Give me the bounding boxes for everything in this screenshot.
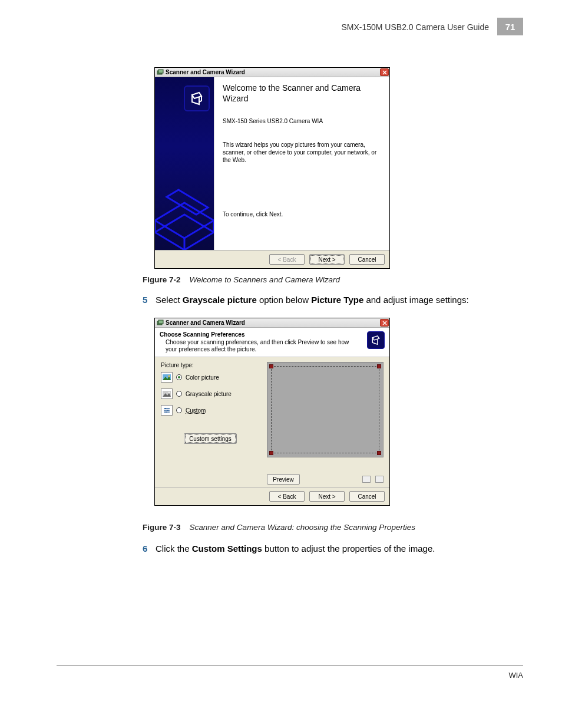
crop-handle-bl[interactable]: [269, 451, 273, 455]
scanner-app-icon: [157, 319, 164, 327]
wizard1-continue-hint: To continue, click Next.: [223, 211, 381, 218]
next-button[interactable]: Next >: [309, 254, 345, 265]
wizard1-footer: < Back Next > Cancel: [155, 250, 389, 268]
wizard-camera-icon: [184, 85, 210, 111]
picture-type-panel: Picture type: Color picture Grayscale pi…: [161, 362, 260, 485]
preview-toolbar: Preview: [267, 474, 384, 485]
svg-rect-14: [167, 410, 168, 411]
footer-rule: [57, 665, 523, 666]
step-5: 5 Select Grayscale picture option below …: [143, 295, 513, 305]
option-label: Custom: [186, 407, 206, 414]
color-thumb-icon: [161, 372, 173, 383]
figure-label: Figure 7-2: [143, 275, 181, 284]
svg-point-6: [168, 375, 170, 377]
page-header: SMX-150M USB2.0 Camera User Guide 71: [341, 18, 523, 35]
option-label: Color picture: [186, 374, 219, 381]
grayscale-thumb-icon: [161, 388, 173, 399]
preview-panel: Preview: [267, 362, 384, 485]
custom-settings-button[interactable]: Custom settings: [184, 433, 237, 444]
svg-rect-3: [158, 320, 163, 324]
scanner-app-icon: [157, 69, 164, 76]
wizard1-heading-line1: Welcome to the Scanner and Camera: [223, 83, 361, 93]
figure-text: Scanner and Camera Wizard: choosing the …: [190, 523, 415, 532]
close-icon[interactable]: [380, 68, 389, 76]
next-button[interactable]: Next >: [309, 491, 345, 502]
figure-label: Figure 7-3: [143, 523, 181, 532]
wizard2-footer: < Back Next > Cancel: [155, 487, 389, 505]
step-text: Click the Custom Settings button to adju…: [156, 543, 435, 554]
svg-point-9: [168, 392, 170, 394]
wizard1-body: Welcome to the Scanner and Camera Wizard…: [155, 77, 389, 250]
guide-title: SMX-150M USB2.0 Camera User Guide: [341, 18, 497, 35]
wizard2-body: Picture type: Color picture Grayscale pi…: [155, 357, 389, 487]
fit-window-icon[interactable]: [362, 476, 371, 483]
wizard2-step-title: Choose Scanning Preferences: [160, 331, 385, 338]
wizard1-window: Scanner and Camera Wizard: [154, 67, 390, 269]
figure-7-3-caption: Figure 7-3 Scanner and Camera Wizard: ch…: [143, 523, 513, 532]
cancel-button[interactable]: Cancel: [349, 254, 385, 265]
back-button[interactable]: < Back: [269, 254, 305, 265]
preview-button[interactable]: Preview: [267, 474, 300, 485]
wizard1-title: Scanner and Camera Wizard: [166, 69, 245, 75]
page: SMX-150M USB2.0 Camera User Guide 71 Sca…: [0, 0, 562, 728]
svg-rect-1: [158, 70, 163, 73]
figure-7-2-caption: Figure 7-2 Welcome to Scanners and Camer…: [143, 275, 513, 284]
step-text: Select Grayscale picture option below Pi…: [156, 295, 469, 305]
option-grayscale-picture[interactable]: Grayscale picture: [161, 388, 260, 399]
wizard2-window: Scanner and Camera Wizard Choose Scannin…: [154, 318, 390, 506]
step-number: 5: [143, 295, 151, 305]
radio-color[interactable]: [176, 374, 182, 380]
wizard2-step-subtitle: Choose your scanning preferences, and th…: [166, 339, 354, 353]
option-color-picture[interactable]: Color picture: [161, 372, 260, 383]
crop-handle-br[interactable]: [377, 451, 381, 455]
step-number: 6: [143, 543, 151, 554]
wizard1-heading-line2: Wizard: [223, 94, 249, 103]
radio-custom[interactable]: [176, 407, 182, 413]
wizard-camera-icon: [367, 331, 385, 349]
page-number: 71: [497, 18, 523, 35]
wizard1-device-name: SMX-150 Series USB2.0 Camera WIA: [223, 118, 381, 124]
option-custom[interactable]: Custom: [161, 405, 260, 416]
svg-rect-15: [166, 411, 167, 413]
wizard2-titlebar: Scanner and Camera Wizard: [155, 318, 389, 328]
wizard1-description: This wizard helps you copy pictures from…: [223, 141, 381, 164]
custom-thumb-icon: [161, 405, 173, 416]
step-6: 6 Click the Custom Settings button to ad…: [143, 543, 513, 554]
back-button[interactable]: < Back: [269, 491, 305, 502]
cancel-button[interactable]: Cancel: [349, 491, 385, 502]
figure-text: Welcome to Scanners and Camera Wizard: [190, 275, 340, 284]
option-label: Grayscale picture: [186, 391, 232, 397]
wizard1-content: Welcome to the Scanner and Camera Wizard…: [214, 77, 389, 250]
crop-handle-tr[interactable]: [377, 364, 381, 368]
footer-section-label: WIA: [508, 671, 523, 680]
wizard2-title: Scanner and Camera Wizard: [166, 319, 245, 326]
preview-area[interactable]: [267, 362, 384, 457]
wizard1-heading: Welcome to the Scanner and Camera Wizard: [223, 83, 381, 104]
picture-type-label: Picture type:: [161, 362, 260, 368]
wizard2-header-panel: Choose Scanning Preferences Choose your …: [155, 328, 389, 357]
wizard1-titlebar: Scanner and Camera Wizard: [155, 68, 389, 77]
svg-rect-13: [165, 408, 166, 409]
close-icon[interactable]: [380, 319, 389, 327]
radio-grayscale[interactable]: [176, 391, 182, 397]
crop-handle-tl[interactable]: [269, 364, 273, 368]
zoom-icon[interactable]: [375, 476, 384, 483]
